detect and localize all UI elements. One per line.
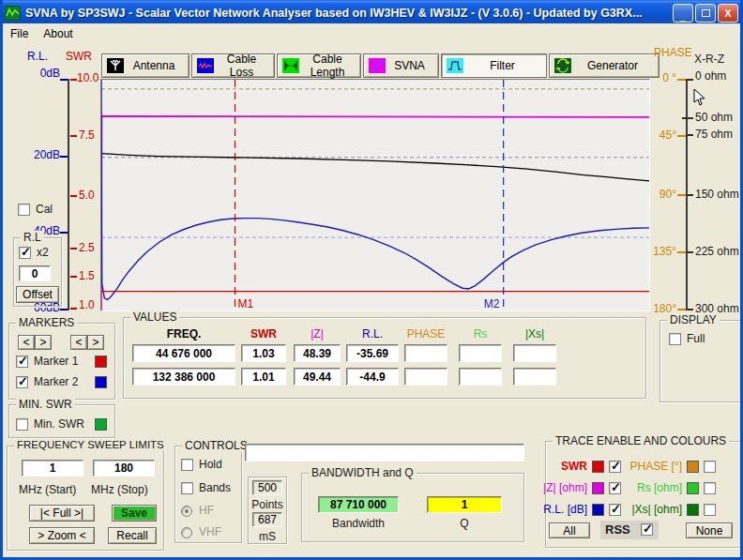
trace-z-swatch[interactable] <box>592 482 604 494</box>
ohm-tick <box>688 134 693 136</box>
app-window: SVNA by SP3SWJ - Scalar Vector Network A… <box>0 0 743 560</box>
menu-file[interactable]: File <box>3 25 36 42</box>
rl-x2-checkbox[interactable] <box>19 247 31 259</box>
cable-length-icon <box>282 58 299 73</box>
ohm-tick-label: 150 ohm <box>695 188 739 201</box>
close-button[interactable]: X <box>718 4 738 23</box>
trace-z-checkbox[interactable] <box>609 482 621 494</box>
trace-phase-swatch[interactable] <box>687 461 699 473</box>
bandwidth-label: Bandwidth <box>318 517 399 530</box>
swr-tick <box>70 248 77 250</box>
toolbar-generator-label: Generator <box>571 59 654 72</box>
marker2-left-button[interactable]: < <box>70 335 87 350</box>
rl-tick-label: 0dB <box>23 67 60 80</box>
toolbar-filter-label: Filter <box>463 59 541 72</box>
phase-tick <box>677 194 686 196</box>
sweep-start-input[interactable]: 1 <box>22 460 83 477</box>
trace-rs-swatch[interactable] <box>687 482 699 494</box>
marker1-color-swatch[interactable] <box>95 356 107 368</box>
rss-checkbox[interactable] <box>641 523 653 536</box>
toolbar-cable-length-button[interactable]: Cable Length <box>277 53 361 78</box>
phase-tick <box>677 135 686 137</box>
trace-rl-swatch[interactable] <box>592 504 604 516</box>
generator-icon <box>554 58 571 73</box>
chart-area[interactable]: M1M2 <box>100 79 650 311</box>
trace-swr-swatch[interactable] <box>592 461 604 473</box>
min-swr-checkbox[interactable] <box>16 418 28 431</box>
trace-xs-checkbox[interactable] <box>704 504 716 516</box>
swr-tick-label: 7.5 <box>79 129 95 142</box>
swr-tick <box>70 79 77 81</box>
filter-icon <box>447 58 463 73</box>
rl-tick <box>60 309 68 310</box>
minimize-button[interactable]: _ <box>673 4 693 23</box>
sweep-save-button[interactable]: Save <box>112 505 157 522</box>
maximize-button[interactable] <box>695 4 716 23</box>
trace-all-button[interactable]: All <box>549 522 590 538</box>
bandwidth-group-title: BANDWIDTH and Q <box>309 466 417 479</box>
swr-tick-label: 1.5 <box>79 269 95 282</box>
swr-tick <box>70 276 77 278</box>
marker2-checkbox[interactable] <box>16 376 28 388</box>
value-m2-phase <box>404 368 447 386</box>
menu-about[interactable]: About <box>36 25 80 42</box>
values-header-swr: SWR <box>241 327 286 341</box>
svg-text:M1: M1 <box>237 297 253 310</box>
trace-rs-checkbox[interactable] <box>704 482 716 494</box>
toolbar-generator-button[interactable]: Generator <box>549 53 660 78</box>
sweep-start-label: MHz (Start) <box>19 483 76 496</box>
bands-checkbox[interactable] <box>181 482 193 494</box>
sweep-group-title: FREQUENCY SWEEP LIMITS <box>14 439 167 450</box>
display-full-checkbox[interactable] <box>669 333 681 345</box>
values-header-xs: |Xs| <box>513 327 556 341</box>
value-m1-phase <box>404 344 447 362</box>
swr-tick-label: 1.0 <box>79 298 95 311</box>
sweep-zoom-button[interactable]: > Zoom < <box>29 527 95 544</box>
trace-none-button[interactable]: None <box>686 522 733 538</box>
rl-offset-button[interactable]: Offset <box>16 286 59 303</box>
phase-tick <box>677 251 686 253</box>
ohm-tick <box>688 79 693 81</box>
rl-tick <box>60 156 68 158</box>
trace-rl-checkbox[interactable] <box>609 504 621 516</box>
sweep-recall-button[interactable]: Recall <box>108 527 157 544</box>
ohm-tick-label: 75 ohm <box>695 128 733 141</box>
trace-swr-checkbox[interactable] <box>609 461 621 473</box>
toolbar-antenna-button[interactable]: Antenna <box>101 53 190 78</box>
vhf-radio[interactable] <box>181 527 192 538</box>
phase-tick-label: 135° <box>648 245 676 258</box>
marker1-checkbox[interactable] <box>16 356 28 368</box>
sweep-full-button[interactable]: |< Full >| <box>29 505 95 522</box>
toolbar-filter-button[interactable]: Filter <box>441 53 547 78</box>
value-m1-rl: -35.69 <box>346 344 399 362</box>
q-label: Q <box>427 517 502 530</box>
bandwidth-value: 87 710 000 <box>318 496 399 513</box>
trace-xs-swatch[interactable] <box>687 504 699 516</box>
toolbar-svna-button[interactable]: SVNA <box>363 53 439 78</box>
min-swr-group-title: MIN. SWR <box>16 398 75 411</box>
marker1-left-button[interactable]: < <box>18 335 35 350</box>
value-m2-rl: -44.9 <box>346 368 399 386</box>
trace-phase-checkbox[interactable] <box>704 461 716 473</box>
rl-offset-input[interactable]: 0 <box>19 265 51 281</box>
hold-checkbox[interactable] <box>181 459 193 471</box>
toolbar-cable-loss-button[interactable]: Cable Loss <box>191 53 275 78</box>
ms-value: 687 <box>252 512 282 527</box>
sweep-stop-input[interactable]: 180 <box>93 460 155 477</box>
svg-text:M2: M2 <box>484 297 500 310</box>
phase-tick-label: 0 ° <box>648 71 676 84</box>
values-header-phase: PHASE <box>404 327 447 341</box>
trace-swr-label: SWR <box>550 460 587 473</box>
marker2-color-swatch[interactable] <box>95 376 107 388</box>
display-group-title: DISPLAY <box>667 313 720 326</box>
rl-tick <box>60 232 68 234</box>
command-input[interactable] <box>245 444 524 462</box>
cal-checkbox[interactable] <box>18 204 30 216</box>
hf-radio[interactable] <box>181 506 192 517</box>
marker2-right-button[interactable]: > <box>87 335 104 350</box>
min-swr-label: Min. SWR <box>34 417 84 431</box>
value-m2-z: 49.44 <box>294 368 341 386</box>
min-swr-color-swatch[interactable] <box>95 418 107 431</box>
marker1-right-button[interactable]: > <box>35 335 52 350</box>
ohm-tick <box>688 194 693 196</box>
